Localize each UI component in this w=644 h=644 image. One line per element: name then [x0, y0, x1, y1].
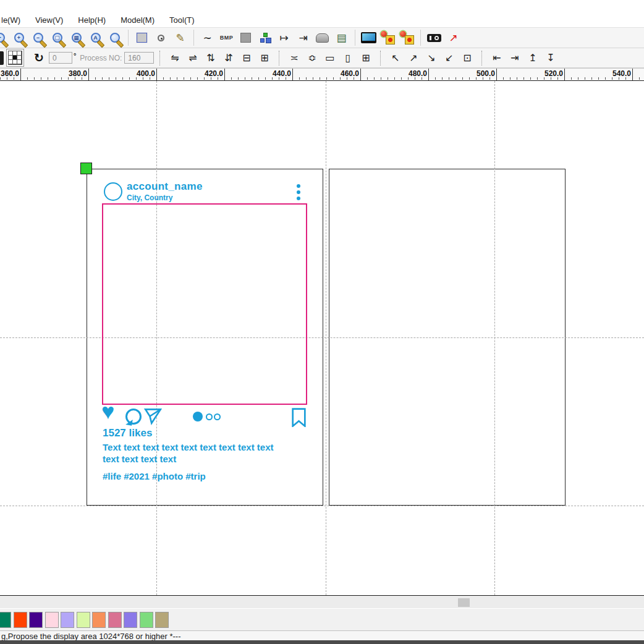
page-dot	[206, 413, 213, 420]
pagination-dots[interactable]	[193, 412, 222, 422]
move-top-right-icon[interactable]: ↗	[404, 52, 422, 64]
equal-height-icon[interactable]: ▯	[339, 52, 357, 64]
palette-swatch-6[interactable]	[92, 612, 106, 628]
ruler-minor-tick	[299, 77, 300, 80]
ruler-major-tick	[632, 69, 633, 81]
horizontal-ruler: 360.0380.0400.0420.0440.0460.0480.0500.0…	[0, 68, 644, 81]
move-bottom-edge-icon[interactable]: ↧	[541, 52, 559, 64]
likes-count-text[interactable]: 1527 likes	[103, 427, 152, 439]
node-edit-icon[interactable]	[151, 29, 171, 46]
selection-handle[interactable]	[80, 163, 92, 174]
palette-swatch-7[interactable]	[108, 612, 122, 628]
pan-view-icon[interactable]: +	[0, 29, 9, 46]
palette-swatch-2[interactable]	[29, 612, 43, 628]
preview-monitor-icon[interactable]	[359, 29, 378, 46]
laser-device-icon[interactable]	[425, 29, 444, 46]
rect-fill-icon[interactable]	[236, 29, 255, 46]
palette-swatch-0[interactable]	[0, 612, 11, 628]
window-bottom-edge	[0, 640, 644, 644]
palette-swatch-3[interactable]	[45, 612, 59, 628]
mark-param-alt-icon[interactable]	[397, 29, 417, 46]
ruler-minor-tick	[455, 77, 456, 80]
ruler-minor-tick	[34, 77, 35, 80]
menu-helph[interactable]: Help(H)	[78, 15, 106, 25]
mark-param-icon[interactable]	[378, 29, 397, 46]
equal-h-space-icon[interactable]: ≍	[285, 52, 303, 64]
zoom-page-icon[interactable]: ▢	[48, 29, 67, 46]
comment-icon[interactable]	[125, 409, 142, 425]
ruler-minor-tick	[510, 77, 511, 80]
equal-width-icon[interactable]: ▭	[321, 52, 339, 64]
status-text: g,Propose the display area 1024*768 or h…	[1, 632, 181, 641]
move-left-edge-icon[interactable]: ⇤	[488, 52, 506, 64]
array-horizontal-icon[interactable]: ⊟	[237, 52, 255, 64]
mirror-right-icon[interactable]: ⇌	[184, 52, 201, 64]
ruler-minor-tick	[184, 77, 184, 80]
bitmap-tool-icon[interactable]: BMP	[217, 29, 236, 46]
pen-edit-icon[interactable]: ✎	[171, 29, 190, 46]
menu-modelm[interactable]: Model(M)	[121, 15, 155, 25]
ruler-minor-tick	[116, 77, 116, 80]
equal-size-icon[interactable]: ⊞	[357, 52, 375, 64]
param-adjust-icon[interactable]: ↦	[274, 29, 294, 46]
palette-swatch-9[interactable]	[140, 612, 153, 628]
palette-swatch-10[interactable]	[155, 612, 169, 628]
mirror-left-icon[interactable]: ⇋	[166, 52, 184, 64]
scrollbar-thumb[interactable]	[458, 598, 470, 607]
rotate-icon[interactable]: ↻	[34, 51, 44, 65]
select-tool-icon[interactable]	[132, 29, 151, 46]
caption-line-1[interactable]: Text text text text text text text text …	[103, 442, 273, 452]
avatar-circle[interactable]	[104, 182, 122, 201]
toolbar-separator	[380, 51, 381, 66]
rotation-input[interactable]	[49, 52, 72, 64]
move-top-edge-icon[interactable]: ↥	[523, 52, 541, 64]
palette-swatch-1[interactable]	[14, 612, 27, 628]
ruler-minor-tick	[306, 77, 307, 80]
share-icon[interactable]	[144, 407, 162, 425]
menu-lew[interactable]: le(W)	[1, 15, 20, 25]
design-canvas[interactable]: account_name City, Country ♥ 1527 likes …	[0, 81, 644, 595]
zoom-window-icon[interactable]	[105, 29, 124, 46]
move-center-icon[interactable]: ⊡	[458, 52, 476, 64]
horizontal-scrollbar[interactable]	[0, 595, 644, 608]
zoom-object-icon[interactable]: A	[86, 29, 105, 46]
caption-line-2[interactable]: text text text text	[103, 454, 176, 464]
move-right-edge-icon[interactable]: ⇥	[506, 52, 523, 64]
palette-swatch-5[interactable]	[77, 612, 90, 628]
palette-swatch-8[interactable]	[124, 612, 137, 628]
red-light-pointer-icon[interactable]: ↗	[444, 29, 463, 46]
location-text[interactable]: City, Country	[127, 193, 172, 202]
zoom-in-icon[interactable]: +	[9, 29, 28, 46]
palette-swatch-4[interactable]	[61, 612, 74, 628]
ruler-minor-tick	[109, 77, 109, 80]
color-palette	[0, 608, 644, 630]
move-top-left-icon[interactable]: ↖	[386, 52, 404, 64]
process-no-input[interactable]	[124, 52, 154, 64]
move-bottom-left-icon[interactable]: ↙	[440, 52, 458, 64]
curve-tool-icon[interactable]: ∼	[198, 29, 217, 46]
zoom-out-icon[interactable]: −	[28, 29, 48, 46]
like-heart-icon[interactable]: ♥	[101, 400, 114, 423]
menu-viewv[interactable]: View(V)	[35, 15, 63, 25]
more-options-icon[interactable]	[297, 184, 300, 203]
node-graph-icon[interactable]	[255, 29, 274, 46]
mirror-top-icon[interactable]: ⇅	[201, 52, 219, 64]
menu-toolt[interactable]: Tool(T)	[169, 15, 194, 25]
guide-horizontal-2	[0, 506, 644, 506]
anchor-grid-icon[interactable]	[6, 49, 24, 67]
zoom-extents-icon[interactable]: ▦	[67, 29, 86, 46]
photo-placeholder-rect[interactable]	[102, 203, 307, 405]
ruler-minor-tick	[591, 77, 592, 80]
equal-v-space-icon[interactable]: ≎	[303, 52, 321, 64]
device-body-icon[interactable]	[313, 29, 332, 46]
bookmark-icon[interactable]	[291, 408, 307, 427]
hashtags-text[interactable]: #life #2021 #photo #trip	[103, 471, 206, 481]
process-list-icon[interactable]: ▤	[332, 29, 351, 46]
account-name-text[interactable]: account_name	[127, 180, 203, 193]
ruler-major-tick	[88, 69, 89, 81]
goto-limit-icon[interactable]: ⇥	[294, 29, 313, 46]
array-vertical-icon[interactable]: ⊞	[255, 52, 273, 64]
ruler-minor-tick	[252, 77, 252, 80]
mirror-bottom-icon[interactable]: ⇵	[219, 52, 237, 64]
move-bottom-right-icon[interactable]: ↘	[422, 52, 440, 64]
